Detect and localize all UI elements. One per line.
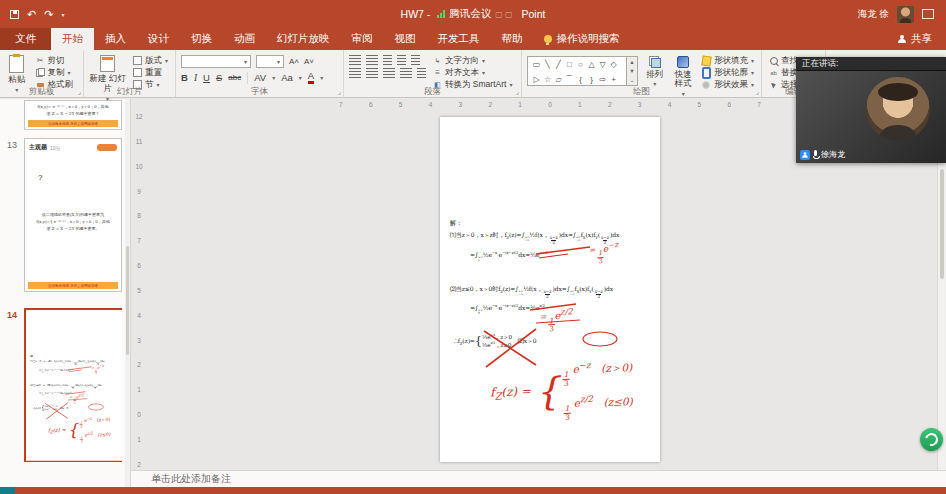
shape-glyph[interactable]: ╲ — [542, 57, 553, 72]
ruler-number: 6 — [727, 101, 731, 108]
speaking-label: 正在讲话: — [802, 58, 838, 70]
dialog-launcher-icon[interactable]: ⌟ — [756, 88, 759, 96]
ribbon-tab[interactable]: 幻灯片放映 — [266, 28, 341, 50]
strikethrough-button[interactable]: S — [216, 72, 222, 83]
account-name[interactable]: 海龙 徐 — [858, 8, 889, 21]
tell-me-label: 操作说明搜索 — [557, 32, 620, 46]
bold-button[interactable]: B — [181, 72, 188, 83]
meeting-mini-bar[interactable]: 腾讯会议 ▢▢ — [437, 7, 514, 21]
slide-12-thumbnail[interactable]: f(x,y)= e⁻⁽ˣ⁺ʸ⁾，x＞0，y＞0；0，其他 求 Z = X − 2… — [24, 100, 122, 130]
ruler-number: 6 — [369, 101, 373, 108]
bullets-button[interactable] — [349, 55, 361, 65]
shape-glyph[interactable]: ╱ — [553, 57, 564, 72]
ribbon-tab[interactable]: 审阅 — [341, 28, 384, 50]
ribbon-tab[interactable]: 开发工具 — [427, 28, 491, 50]
arrange-button[interactable]: 排列▾ — [643, 53, 666, 88]
align-right-button[interactable] — [383, 68, 395, 78]
ruler-number: 3 — [459, 101, 463, 108]
ribbon-tab[interactable]: 插入 — [94, 28, 137, 50]
group-label: 幻灯片 — [84, 85, 175, 97]
font-size-combo[interactable]: ▾ — [256, 55, 284, 68]
slide-14-thumbnail-selected[interactable]: 解： ⑴当z＞0，x＞z时，fZ(z)=∫+∞−∞½f(x，x−z2)dx=∫+… — [24, 308, 122, 462]
ribbon-tab[interactable]: 帮助 — [491, 28, 534, 50]
shrink-font-button[interactable]: A˅ — [304, 55, 314, 68]
ribbon-tab[interactable]: 设计 — [137, 28, 180, 50]
ruler-number: 3 — [638, 101, 642, 108]
meeting-mini-controls-icon[interactable]: ▢▢ — [495, 10, 514, 19]
notes-pane[interactable]: 单击此处添加备注 — [131, 470, 946, 487]
drawing-small-button[interactable]: 形状填充▾ — [700, 55, 756, 66]
ribbon-display-options-icon[interactable] — [922, 9, 934, 19]
shape-glyph[interactable]: □ — [564, 57, 575, 72]
slides-button-icon — [133, 68, 142, 77]
clipboard-small-button[interactable]: 复制▾ — [34, 67, 79, 78]
change-case-button[interactable]: Aa — [281, 72, 293, 83]
red-ink-result-1: ＝13e−z — [587, 240, 619, 266]
paragraph-small-button[interactable]: 对齐文本▾ — [431, 67, 514, 78]
group-label: 段落 — [344, 85, 521, 97]
meeting-video-area[interactable]: 徐海龙 — [796, 71, 946, 163]
ribbon-tab[interactable]: 动画 — [223, 28, 266, 50]
group-label: 字体 — [176, 85, 343, 97]
shape-glyph[interactable]: ▽ — [597, 57, 608, 72]
qat-customize-icon[interactable]: ▾ — [61, 11, 64, 18]
ribbon-tab[interactable]: 视图 — [384, 28, 427, 50]
grow-font-button[interactable]: A˄ — [289, 55, 299, 68]
dialog-launcher-icon[interactable]: ⌟ — [338, 88, 341, 96]
italic-button[interactable]: I — [194, 73, 197, 83]
account-avatar[interactable] — [897, 6, 914, 23]
shape-glyph[interactable]: ◇ — [608, 57, 619, 72]
paragraph-small-button[interactable]: 文字方向▾ — [431, 55, 514, 66]
dialog-launcher-icon[interactable]: ⌟ — [516, 88, 519, 96]
shapes-gallery-scroll[interactable]: ▲▼⌄ — [627, 56, 638, 86]
share-label: 共享 — [911, 32, 932, 46]
redo-icon[interactable]: ↷ — [44, 9, 53, 20]
align-center-button[interactable] — [366, 68, 378, 78]
ruler-number: 11 — [136, 138, 143, 145]
quick-styles-icon — [677, 56, 689, 68]
slide-13-thumbnail[interactable]: 主观题 10分 ? 设二维随机变量(X,Y)的概率密度为 f(x,y)={ e⁻… — [24, 138, 122, 292]
font-color-button[interactable]: A — [308, 71, 314, 84]
slide-14-editing-surface[interactable]: 解： ⑴当z＞0，x＞z时，fZ(z)=∫+∞−∞½f(x，x−z2)dx=∫+… — [440, 117, 660, 462]
slide-13-number: 13 — [7, 140, 17, 150]
drawing-button-icon — [702, 56, 711, 65]
tab-file[interactable]: 文件 — [0, 28, 51, 50]
participant-photo — [866, 77, 930, 141]
slides-small-button[interactable]: 版式▾ — [131, 55, 170, 66]
new-slide-icon — [100, 55, 115, 72]
shapes-gallery[interactable]: ▭╲╱□○△▽◇▷☆▱⌒{}⇨+ — [527, 56, 627, 86]
increase-indent-button[interactable] — [397, 55, 406, 65]
shape-glyph[interactable]: ▭ — [531, 57, 542, 72]
shape-glyph[interactable]: △ — [586, 57, 597, 72]
shadow-button[interactable]: abc — [228, 73, 241, 82]
justify-button[interactable] — [400, 68, 412, 78]
font-name-combo[interactable]: ▾ — [181, 55, 251, 68]
undo-icon[interactable]: ↶ — [27, 9, 36, 20]
character-spacing-button[interactable]: AV — [254, 72, 266, 83]
question-mark: ? — [38, 173, 42, 182]
lightbulb-icon — [544, 35, 552, 43]
shape-glyph[interactable]: ○ — [575, 57, 586, 72]
window-title: HW7 - 腾讯会议 ▢▢ Point — [0, 0, 946, 28]
floating-green-ball[interactable] — [920, 428, 943, 451]
slides-small-button[interactable]: 重置 — [131, 67, 170, 78]
align-left-button[interactable] — [349, 68, 361, 78]
columns-button[interactable] — [417, 68, 426, 78]
red-ink-final-answer: fZ(z) = { 13 e−z (z＞0) 13 ez/2 (z≤0) — [489, 359, 634, 424]
ruler-number: 1 — [518, 101, 522, 108]
ribbon-tab[interactable]: 开始 — [51, 28, 94, 50]
ribbon-tab[interactable]: 切换 — [180, 28, 223, 50]
decrease-indent-button[interactable] — [383, 55, 392, 65]
save-icon[interactable] — [10, 10, 19, 19]
tencent-meeting-overlay[interactable]: 正在讲话: 徐海龙 — [796, 57, 946, 163]
thumbnail-scrollbar[interactable] — [125, 99, 130, 487]
underline-button[interactable]: U — [203, 72, 210, 83]
numbering-button[interactable] — [366, 55, 378, 65]
red-case-line: 13 e−z (z＞0) — [562, 359, 633, 388]
clipboard-small-button[interactable]: 剪切 — [34, 55, 79, 66]
tell-me-search[interactable]: 操作说明搜索 — [534, 28, 630, 50]
share-button[interactable]: 共享 — [884, 28, 946, 50]
dialog-launcher-icon[interactable]: ⌟ — [78, 88, 81, 96]
drawing-small-button[interactable]: 形状轮廓▾ — [700, 67, 756, 78]
line-spacing-button[interactable] — [411, 55, 420, 65]
